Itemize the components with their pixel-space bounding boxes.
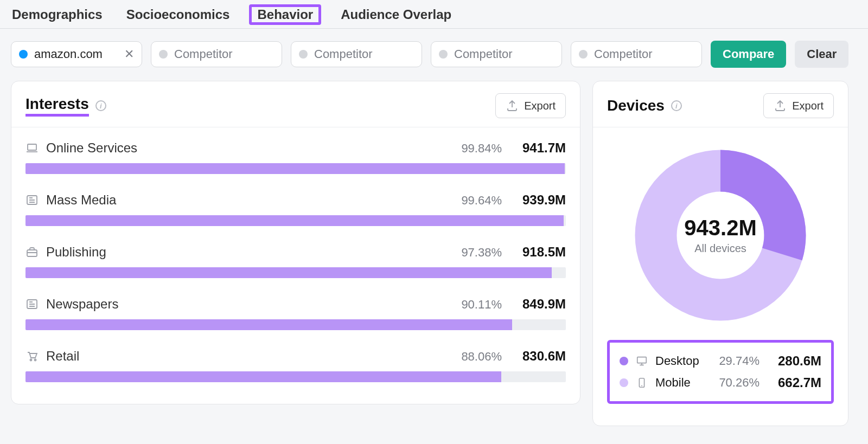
interest-name: Mass Media <box>46 192 116 208</box>
devices-donut: 943.2M All devices <box>626 140 815 330</box>
divider <box>11 127 580 127</box>
swatch-icon <box>620 378 628 387</box>
legend-val: 662.7M <box>767 375 821 390</box>
tab-demographics[interactable]: Demographics <box>8 5 107 24</box>
interest-val: 941.7M <box>516 140 566 156</box>
clear-button[interactable]: Clear <box>795 41 848 68</box>
dot-icon <box>579 50 588 59</box>
interest-name: Publishing <box>46 244 106 260</box>
competitor-input-3[interactable]: Competitor <box>431 41 562 67</box>
placeholder: Competitor <box>174 47 233 61</box>
interests-header: Interests i Export <box>25 93 566 127</box>
bar-fill <box>25 267 552 278</box>
info-icon[interactable]: i <box>95 100 106 111</box>
site-name: amazon.com <box>34 47 118 61</box>
info-icon[interactable]: i <box>671 100 682 111</box>
interest-row: Publishing 97.38% 918.5M <box>25 244 566 278</box>
laptop-icon <box>25 141 39 155</box>
interest-row: Online Services 99.84% 941.7M <box>25 140 566 174</box>
main-columns: Interests i Export Online Services 99.84… <box>0 81 868 437</box>
competitor-input-1[interactable]: Competitor <box>151 41 282 67</box>
legend-pct: 70.26% <box>711 376 760 390</box>
interest-row: Retail 88.06% 830.6M <box>25 349 566 382</box>
interest-name: Retail <box>46 349 79 364</box>
export-label: Export <box>524 100 556 112</box>
interest-name: Online Services <box>46 140 137 156</box>
svg-point-5 <box>35 359 36 361</box>
devices-total-value: 943.2M <box>684 216 756 240</box>
interests-card: Interests i Export Online Services 99.84… <box>11 81 580 404</box>
legend-val: 280.6M <box>767 353 821 369</box>
interest-pct: 90.11% <box>461 298 502 312</box>
interest-pct: 99.84% <box>461 141 502 156</box>
placeholder: Competitor <box>314 47 373 61</box>
interest-row: Mass Media 99.64% 939.9M <box>25 192 566 226</box>
close-icon[interactable]: ✕ <box>124 47 134 61</box>
filter-bar: amazon.com ✕ Competitor Competitor Compe… <box>0 29 868 81</box>
news-icon <box>25 194 39 207</box>
site-input-primary[interactable]: amazon.com ✕ <box>11 41 142 67</box>
cart-icon <box>25 350 39 363</box>
news-icon <box>25 298 39 311</box>
bar-track <box>25 371 566 382</box>
export-label: Export <box>792 100 824 112</box>
placeholder: Competitor <box>454 47 513 61</box>
tabs-bar: Demographics Socioeconomics Behavior Aud… <box>0 0 868 29</box>
svg-rect-0 <box>28 144 36 150</box>
dot-icon <box>299 50 308 59</box>
legend-row-mobile: Mobile 70.26% 662.7M <box>620 372 821 394</box>
interest-pct: 99.64% <box>461 194 502 208</box>
export-devices-button[interactable]: Export <box>763 93 834 118</box>
bar-track <box>25 319 566 330</box>
bar-fill <box>25 319 512 330</box>
devices-card: Devices i Export 943.2M All devices <box>592 81 848 426</box>
bar-track <box>25 163 566 174</box>
svg-point-4 <box>30 359 32 361</box>
bar-fill <box>25 163 565 174</box>
interest-name: Newspapers <box>46 297 118 312</box>
svg-rect-2 <box>27 250 37 256</box>
tab-socioeconomics[interactable]: Socioeconomics <box>122 5 234 24</box>
devices-header: Devices i Export <box>607 93 834 127</box>
compare-button[interactable]: Compare <box>711 41 786 68</box>
tab-audience-overlap[interactable]: Audience Overlap <box>336 5 456 24</box>
interest-row: Newspapers 90.11% 849.9M <box>25 297 566 330</box>
legend-pct: 29.74% <box>711 354 760 368</box>
interest-pct: 88.06% <box>461 350 502 364</box>
legend-name: Mobile <box>655 376 703 390</box>
devices-total-label: All devices <box>694 242 746 255</box>
bar-fill <box>25 371 501 382</box>
interest-val: 918.5M <box>516 244 566 260</box>
interest-pct: 97.38% <box>461 246 502 260</box>
devices-legend: Desktop 29.74% 280.6M Mobile 70.26% 662.… <box>607 340 834 404</box>
dot-icon <box>439 50 448 59</box>
legend-name: Desktop <box>655 354 703 368</box>
competitor-input-4[interactable]: Competitor <box>571 41 702 67</box>
dot-icon <box>159 50 168 59</box>
interest-val: 830.6M <box>516 349 566 364</box>
competitor-input-2[interactable]: Competitor <box>291 41 422 67</box>
export-icon <box>774 99 787 112</box>
export-icon <box>506 99 519 112</box>
mobile-icon <box>636 377 648 389</box>
legend-row-desktop: Desktop 29.74% 280.6M <box>620 350 821 372</box>
bar-track <box>25 215 566 226</box>
devices-title: Devices <box>607 97 665 114</box>
interests-title: Interests <box>25 95 89 117</box>
bar-fill <box>25 215 564 226</box>
tab-behavior[interactable]: Behavior <box>249 4 321 25</box>
briefcase-icon <box>25 246 39 259</box>
divider <box>593 127 848 127</box>
placeholder: Competitor <box>594 47 653 61</box>
export-interests-button[interactable]: Export <box>495 93 566 118</box>
bar-track <box>25 267 566 278</box>
svg-rect-8 <box>637 357 647 363</box>
swatch-icon <box>620 357 628 365</box>
dot-icon <box>19 50 28 59</box>
desktop-icon <box>636 355 648 367</box>
interest-val: 849.9M <box>516 297 566 312</box>
interest-val: 939.9M <box>516 192 566 208</box>
